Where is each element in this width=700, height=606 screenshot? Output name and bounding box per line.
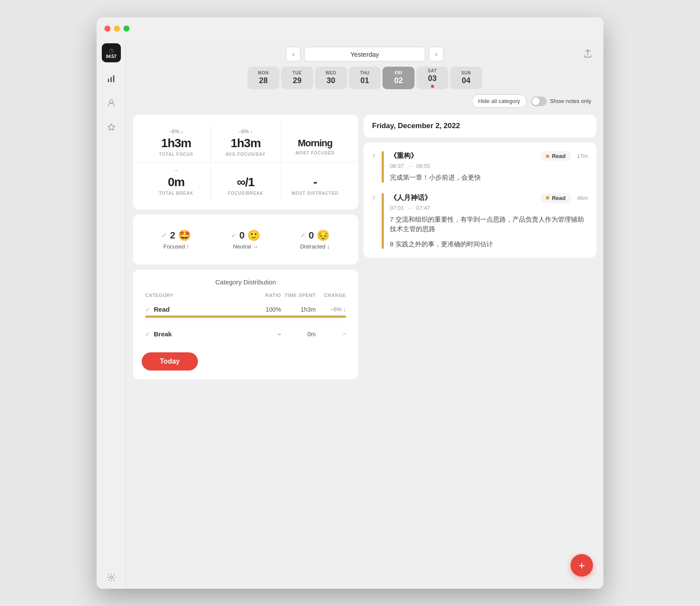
day-cell-28[interactable]: MON28 (247, 67, 279, 89)
session-time-end-0: 08:55 (416, 163, 431, 169)
main-content: ‹ Yesterday › MON28TUE29WED30THU01FRI02S… (126, 40, 603, 589)
session-header-1: 《人月神话》 Read 46m (390, 193, 588, 203)
day-number-03: 03 (428, 74, 437, 83)
distracted-count: 0 (308, 230, 314, 241)
category-read-top: ✓ Read 100% 1h3m −6% ↓ (145, 306, 346, 313)
svg-rect-0 (108, 79, 109, 82)
session-left-col: ↑ (372, 151, 376, 183)
today-button[interactable]: Today (142, 352, 198, 371)
read-bar-container (145, 316, 346, 318)
show-notes-toggle[interactable] (531, 97, 547, 106)
minimize-button[interactable] (114, 26, 120, 32)
header-ratio: RATIO (255, 293, 281, 298)
badge-label-1: Read (552, 195, 566, 201)
columns: −6% ↓ 1h3m TOTAL FOCUS −6% ↓ 1h3m AVG FO… (126, 111, 603, 589)
neutral-check-icon: ✓ (231, 232, 237, 239)
stat-most-distracted: - MOST DISTRACTED (281, 162, 350, 201)
day-cell-01[interactable]: THU01 (349, 67, 381, 89)
focused-label: Focused ↑ (163, 243, 189, 250)
total-break-change: − (175, 168, 178, 174)
day-name-01: THU (360, 71, 369, 75)
svg-rect-2 (113, 75, 114, 82)
day-cell-29[interactable]: TUE29 (281, 67, 313, 89)
day-cell-04[interactable]: SUN04 (450, 67, 482, 89)
category-break-top: ✓ Break − 0m − (145, 330, 346, 338)
sidebar-item-profile[interactable] (104, 95, 119, 111)
session-up-arrow-0: ↑ (372, 152, 376, 160)
session-content-1: 《人月神话》 Read 46m 07:01 → (390, 193, 588, 249)
most-focused-value: Morning (298, 138, 332, 149)
session-bar-1 (382, 193, 384, 249)
sidebar-item-settings[interactable] (104, 570, 119, 585)
read-bar (145, 316, 346, 318)
break-change: − (316, 331, 346, 337)
focused-check-icon: ✓ (162, 232, 167, 239)
session-bar-0 (382, 151, 384, 183)
avg-focus-label: AVG FOCUS/DAY (226, 152, 266, 157)
app-window: ◷ 04:57 (97, 17, 603, 589)
avg-focus-change: −6% ↓ (238, 129, 253, 135)
break-time: 0m (281, 331, 316, 338)
stats-row-top: −6% ↓ 1h3m TOTAL FOCUS −6% ↓ 1h3m AVG FO… (142, 123, 350, 162)
session-time-1: 07:01 → 07:47 (390, 205, 588, 211)
session-title-0: 《重构》 (390, 152, 536, 161)
day-name-28: MON (258, 71, 269, 75)
close-button[interactable] (104, 26, 110, 32)
mood-distracted: ✓ 0 😔 Distracted ↓ (280, 223, 350, 256)
export-button[interactable] (581, 47, 595, 61)
date-nav: ‹ Yesterday › (286, 47, 444, 61)
sidebar-item-favorites[interactable] (104, 119, 119, 135)
hide-category-button[interactable]: Hide all category (472, 94, 527, 108)
stats-row-bottom: − 0m TOTAL BREAK ∞/1 FOCUS/BREAK (142, 162, 350, 201)
session-time-start-0: 08:37 (390, 163, 404, 169)
add-button[interactable]: + (570, 554, 593, 577)
session-up-arrow-1: ↑ (372, 194, 376, 202)
day-number-01: 01 (360, 76, 369, 85)
day-name-03: SAT (428, 68, 437, 73)
note-spacer (390, 234, 588, 239)
session-left-col-1: ↑ (372, 193, 376, 249)
badge-dot-1 (546, 196, 549, 200)
break-name: Break (154, 330, 255, 338)
day-cell-02[interactable]: FRI02 (382, 67, 415, 89)
next-date-button[interactable]: › (429, 47, 444, 61)
category-row-break: ✓ Break − 0m − (142, 326, 350, 342)
day-cell-30[interactable]: WED30 (315, 67, 347, 89)
header-category: CATEGORY (145, 293, 255, 298)
svg-point-4 (110, 576, 113, 579)
focused-emoji: 🤩 (178, 229, 191, 242)
session-note-1-0: 7 交流和组织的重要性，有学到一点思路，产品负责人作为管理辅助技术主管的思路 (390, 215, 588, 234)
timer-display: 04:57 (106, 54, 116, 59)
sidebar-item-stats[interactable] (104, 71, 119, 87)
focus-break-change (245, 168, 246, 174)
session-item-0: ↑ 《重构》 Read 17m (372, 151, 588, 183)
timer-widget[interactable]: ◷ 04:57 (102, 43, 121, 62)
read-time: 1h3m (281, 306, 316, 313)
stat-most-focused: Morning MOST FOCUSED (281, 123, 350, 162)
maximize-button[interactable] (123, 26, 130, 32)
neutral-label: Neutral → (233, 243, 259, 250)
session-badge-0: Read (541, 151, 571, 161)
total-break-label: TOTAL BREAK (159, 191, 193, 196)
prev-date-button[interactable]: ‹ (286, 47, 301, 61)
category-row-read: ✓ Read 100% 1h3m −6% ↓ (142, 301, 350, 322)
category-distribution-card: Category Distribution CATEGORY RATIO TIM… (133, 270, 358, 379)
read-change: −6% ↓ (316, 306, 346, 313)
sessions-card: ↑ 《重构》 Read 17m (363, 142, 596, 258)
date-header-card: Friday, December 2, 2022 (363, 115, 596, 137)
stat-focus-break: ∞/1 FOCUS/BREAK (211, 162, 280, 201)
day-number-28: 28 (259, 76, 268, 85)
session-duration-1: 46m (577, 195, 588, 201)
session-time-end-1: 07:47 (416, 205, 431, 211)
total-focus-value: 1h3m (161, 136, 191, 150)
category-title: Category Distribution (142, 278, 350, 286)
distracted-label: Distracted ↓ (300, 243, 330, 250)
neutral-count: 0 (239, 230, 244, 241)
show-notes-toggle-container: Show notes only (531, 97, 591, 106)
mood-card: ✓ 2 🤩 Focused ↑ ✓ 0 🙂 (133, 215, 358, 264)
session-header-0: 《重构》 Read 17m (390, 151, 588, 161)
day-cell-03[interactable]: SAT03 (416, 67, 448, 89)
day-dot-03 (431, 85, 434, 88)
stat-total-break: − 0m TOTAL BREAK (142, 162, 211, 201)
stats-card: −6% ↓ 1h3m TOTAL FOCUS −6% ↓ 1h3m AVG FO… (133, 115, 358, 210)
